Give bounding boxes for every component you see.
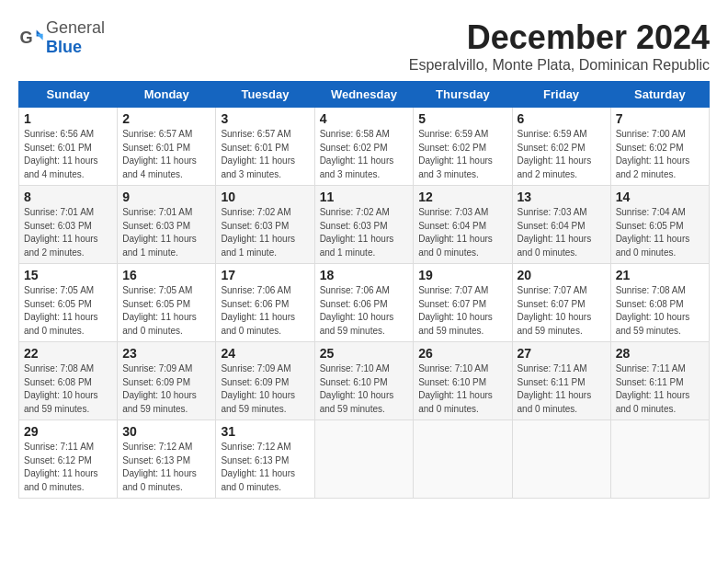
calendar-cell: 31Sunrise: 7:12 AM Sunset: 6:13 PM Dayli… (216, 420, 314, 499)
day-number: 1 (24, 111, 112, 126)
day-info: Sunrise: 7:04 AM Sunset: 6:05 PM Dayligh… (616, 206, 704, 259)
day-info: Sunrise: 7:10 AM Sunset: 6:10 PM Dayligh… (418, 362, 506, 416)
calendar-cell: 10Sunrise: 7:02 AM Sunset: 6:03 PM Dayli… (216, 186, 314, 264)
day-number: 7 (616, 111, 704, 126)
day-number: 4 (320, 111, 409, 126)
logo-general-text: General (46, 18, 105, 37)
day-info: Sunrise: 7:11 AM Sunset: 6:12 PM Dayligh… (24, 441, 112, 494)
weekday-wednesday: Wednesday (314, 82, 414, 108)
calendar-cell: 23Sunrise: 7:09 AM Sunset: 6:09 PM Dayli… (118, 342, 216, 420)
day-number: 14 (616, 190, 704, 204)
calendar-cell: 15Sunrise: 7:05 AM Sunset: 6:05 PM Dayli… (19, 264, 118, 342)
weekday-saturday: Saturday (610, 82, 709, 108)
title-section: December 2024 Esperalvillo, Monte Plata,… (409, 18, 710, 74)
day-info: Sunrise: 7:08 AM Sunset: 6:08 PM Dayligh… (24, 362, 112, 416)
calendar-week-4: 22Sunrise: 7:08 AM Sunset: 6:08 PM Dayli… (19, 342, 710, 420)
day-number: 6 (518, 111, 606, 126)
calendar-cell: 5Sunrise: 6:59 AM Sunset: 6:02 PM Daylig… (414, 108, 512, 186)
calendar-cell: 20Sunrise: 7:07 AM Sunset: 6:07 PM Dayli… (512, 264, 610, 342)
day-info: Sunrise: 6:59 AM Sunset: 6:02 PM Dayligh… (518, 128, 606, 181)
logo-icon: G (18, 25, 44, 51)
calendar-cell (610, 420, 709, 499)
day-number: 22 (24, 346, 112, 361)
day-info: Sunrise: 6:58 AM Sunset: 6:02 PM Dayligh… (320, 128, 409, 181)
calendar-cell: 19Sunrise: 7:07 AM Sunset: 6:07 PM Dayli… (414, 264, 512, 342)
day-info: Sunrise: 7:05 AM Sunset: 6:05 PM Dayligh… (24, 284, 112, 338)
day-info: Sunrise: 7:02 AM Sunset: 6:03 PM Dayligh… (221, 206, 309, 259)
calendar-cell: 25Sunrise: 7:10 AM Sunset: 6:10 PM Dayli… (314, 342, 414, 420)
day-info: Sunrise: 7:10 AM Sunset: 6:10 PM Dayligh… (320, 362, 409, 416)
day-number: 10 (221, 190, 309, 204)
calendar-cell: 24Sunrise: 7:09 AM Sunset: 6:09 PM Dayli… (216, 342, 314, 420)
day-number: 30 (122, 424, 210, 439)
day-number: 5 (418, 111, 506, 126)
weekday-sunday: Sunday (19, 82, 118, 108)
day-info: Sunrise: 7:11 AM Sunset: 6:11 PM Dayligh… (518, 362, 606, 416)
day-info: Sunrise: 7:12 AM Sunset: 6:13 PM Dayligh… (221, 441, 309, 494)
calendar-cell (314, 420, 414, 499)
day-info: Sunrise: 7:07 AM Sunset: 6:07 PM Dayligh… (418, 284, 506, 338)
calendar-body: 1Sunrise: 6:56 AM Sunset: 6:01 PM Daylig… (19, 108, 710, 499)
day-info: Sunrise: 7:07 AM Sunset: 6:07 PM Dayligh… (518, 284, 606, 338)
day-info: Sunrise: 6:59 AM Sunset: 6:02 PM Dayligh… (418, 128, 506, 181)
calendar-cell (512, 420, 610, 499)
day-number: 8 (24, 190, 112, 204)
day-number: 28 (616, 346, 704, 361)
day-number: 31 (221, 424, 309, 439)
day-info: Sunrise: 7:01 AM Sunset: 6:03 PM Dayligh… (122, 206, 210, 259)
calendar-cell: 12Sunrise: 7:03 AM Sunset: 6:04 PM Dayli… (414, 186, 512, 264)
day-number: 27 (518, 346, 606, 361)
day-info: Sunrise: 7:02 AM Sunset: 6:03 PM Dayligh… (320, 206, 409, 259)
calendar-cell: 17Sunrise: 7:06 AM Sunset: 6:06 PM Dayli… (216, 264, 314, 342)
calendar-cell: 13Sunrise: 7:03 AM Sunset: 6:04 PM Dayli… (512, 186, 610, 264)
day-number: 24 (221, 346, 309, 361)
day-number: 21 (616, 268, 704, 282)
calendar-cell: 26Sunrise: 7:10 AM Sunset: 6:10 PM Dayli… (414, 342, 512, 420)
day-info: Sunrise: 6:57 AM Sunset: 6:01 PM Dayligh… (221, 128, 309, 181)
page-header: G General Blue December 2024 Esperalvill… (18, 18, 710, 74)
day-number: 26 (418, 346, 506, 361)
day-number: 25 (320, 346, 409, 361)
calendar-cell: 21Sunrise: 7:08 AM Sunset: 6:08 PM Dayli… (610, 264, 709, 342)
calendar-cell: 11Sunrise: 7:02 AM Sunset: 6:03 PM Dayli… (314, 186, 414, 264)
calendar-cell: 16Sunrise: 7:05 AM Sunset: 6:05 PM Dayli… (118, 264, 216, 342)
calendar-cell: 7Sunrise: 7:00 AM Sunset: 6:02 PM Daylig… (610, 108, 709, 186)
calendar-cell: 2Sunrise: 6:57 AM Sunset: 6:01 PM Daylig… (118, 108, 216, 186)
calendar-cell: 6Sunrise: 6:59 AM Sunset: 6:02 PM Daylig… (512, 108, 610, 186)
calendar-cell: 9Sunrise: 7:01 AM Sunset: 6:03 PM Daylig… (118, 186, 216, 264)
weekday-monday: Monday (118, 82, 216, 108)
day-number: 16 (122, 268, 210, 282)
calendar-cell: 30Sunrise: 7:12 AM Sunset: 6:13 PM Dayli… (118, 420, 216, 499)
calendar-cell: 27Sunrise: 7:11 AM Sunset: 6:11 PM Dayli… (512, 342, 610, 420)
day-info: Sunrise: 7:01 AM Sunset: 6:03 PM Dayligh… (24, 206, 112, 259)
day-info: Sunrise: 7:08 AM Sunset: 6:08 PM Dayligh… (616, 284, 704, 338)
day-info: Sunrise: 7:03 AM Sunset: 6:04 PM Dayligh… (518, 206, 606, 259)
calendar-cell: 14Sunrise: 7:04 AM Sunset: 6:05 PM Dayli… (610, 186, 709, 264)
calendar-cell: 3Sunrise: 6:57 AM Sunset: 6:01 PM Daylig… (216, 108, 314, 186)
day-number: 17 (221, 268, 309, 282)
weekday-header-row: SundayMondayTuesdayWednesdayThursdayFrid… (19, 82, 710, 108)
calendar-cell: 28Sunrise: 7:11 AM Sunset: 6:11 PM Dayli… (610, 342, 709, 420)
day-number: 20 (518, 268, 606, 282)
calendar-cell: 4Sunrise: 6:58 AM Sunset: 6:02 PM Daylig… (314, 108, 414, 186)
calendar-cell: 18Sunrise: 7:06 AM Sunset: 6:06 PM Dayli… (314, 264, 414, 342)
weekday-friday: Friday (512, 82, 610, 108)
day-number: 9 (122, 190, 210, 204)
day-info: Sunrise: 7:06 AM Sunset: 6:06 PM Dayligh… (221, 284, 309, 338)
day-info: Sunrise: 6:57 AM Sunset: 6:01 PM Dayligh… (122, 128, 210, 181)
calendar-week-1: 1Sunrise: 6:56 AM Sunset: 6:01 PM Daylig… (19, 108, 710, 186)
day-number: 2 (122, 111, 210, 126)
day-info: Sunrise: 7:09 AM Sunset: 6:09 PM Dayligh… (221, 362, 309, 416)
day-info: Sunrise: 7:00 AM Sunset: 6:02 PM Dayligh… (616, 128, 704, 181)
logo-blue-text: Blue (46, 38, 82, 56)
calendar-cell (414, 420, 512, 499)
calendar-table: SundayMondayTuesdayWednesdayThursdayFrid… (18, 81, 710, 499)
logo: G General Blue (18, 18, 105, 57)
location-title: Esperalvillo, Monte Plata, Dominican Rep… (409, 57, 710, 74)
day-info: Sunrise: 7:12 AM Sunset: 6:13 PM Dayligh… (122, 441, 210, 494)
day-number: 13 (518, 190, 606, 204)
day-number: 15 (24, 268, 112, 282)
calendar-cell: 22Sunrise: 7:08 AM Sunset: 6:08 PM Dayli… (19, 342, 118, 420)
day-number: 3 (221, 111, 309, 126)
calendar-week-3: 15Sunrise: 7:05 AM Sunset: 6:05 PM Dayli… (19, 264, 710, 342)
